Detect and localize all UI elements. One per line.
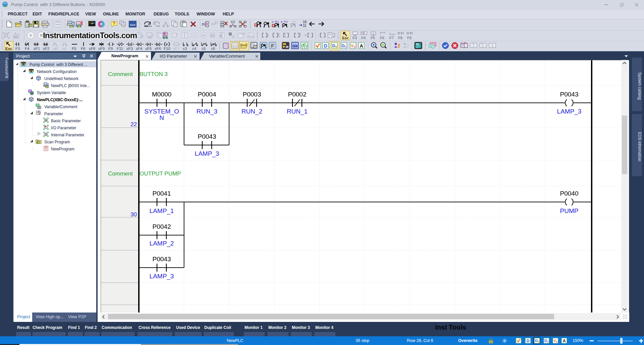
svg-text:11: 11 — [303, 24, 307, 27]
svg-text:P0002: P0002 — [288, 91, 307, 98]
svg-text:F6: F6 — [380, 36, 384, 40]
svg-text:P0043: P0043 — [560, 91, 579, 98]
svg-text:sF6: sF6 — [155, 47, 161, 51]
svg-text:RUN_1: RUN_1 — [287, 108, 308, 115]
svg-text:P: P — [36, 43, 38, 46]
svg-text:P: P — [148, 43, 150, 46]
svg-text:sF1: sF1 — [34, 47, 40, 51]
svg-text:sF9: sF9 — [98, 47, 105, 51]
svg-text:LAMP_2: LAMP_2 — [150, 240, 174, 247]
svg-text:P0043: P0043 — [153, 256, 171, 263]
svg-text:F7: F7 — [389, 36, 394, 40]
svg-text:F11: F11 — [117, 47, 123, 51]
svg-text:P0042: P0042 — [153, 223, 171, 230]
svg-text:F5: F5 — [72, 47, 76, 51]
svg-text:c: c — [354, 45, 356, 49]
svg-text:a: a — [281, 20, 282, 23]
svg-text:S: S — [129, 43, 131, 46]
svg-text:P0041: P0041 — [153, 190, 171, 197]
svg-text:Esc: Esc — [342, 36, 349, 40]
svg-text:N: N — [159, 114, 164, 121]
svg-text:10: 10 — [303, 20, 307, 24]
svg-text:c6: c6 — [211, 47, 215, 51]
svg-text:V: V — [351, 44, 354, 48]
svg-text:F10: F10 — [164, 47, 170, 51]
svg-text:N: N — [213, 43, 215, 46]
svg-text:Comment: Comment — [108, 71, 133, 77]
svg-text:c5: c5 — [202, 47, 206, 51]
svg-text:?: ? — [113, 21, 115, 26]
svg-text:P0003: P0003 — [243, 91, 261, 98]
svg-text:M0000: M0000 — [152, 91, 171, 98]
svg-text:LAMP_1: LAMP_1 — [150, 207, 174, 215]
svg-text:F4: F4 — [361, 36, 366, 40]
svg-text:F: F — [166, 43, 168, 46]
svg-text:22: 22 — [130, 121, 137, 128]
svg-text:F: F — [271, 43, 274, 49]
svg-text:30: 30 — [130, 211, 137, 218]
svg-text:o: o — [277, 20, 279, 23]
svg-text:F9: F9 — [108, 47, 113, 51]
svg-text:LAMP_3: LAMP_3 — [195, 150, 219, 157]
svg-text:sF4: sF4 — [136, 47, 143, 51]
svg-text:P0040: P0040 — [560, 190, 579, 197]
svg-text:A: A — [360, 43, 363, 49]
svg-text:F4: F4 — [25, 47, 30, 51]
svg-text:RUN_2: RUN_2 — [241, 108, 262, 115]
svg-text:BUTTON 3: BUTTON 3 — [140, 71, 168, 77]
svg-text:c: c — [547, 340, 548, 343]
svg-text:v: v — [537, 340, 539, 343]
svg-text:F8: F8 — [398, 36, 402, 40]
svg-text:D: D — [272, 23, 275, 27]
svg-text:OUTPUT PUMP: OUTPUT PUMP — [140, 170, 181, 177]
svg-text:LAMP_3: LAMP_3 — [150, 273, 174, 280]
svg-text:RUN_3: RUN_3 — [197, 108, 217, 115]
svg-text:A: A — [563, 339, 566, 343]
svg-text:P0043: P0043 — [198, 133, 216, 140]
svg-text:sF2: sF2 — [43, 47, 49, 51]
svg-text:P0004: P0004 — [198, 91, 216, 98]
svg-text:F9: F9 — [407, 36, 412, 40]
svg-text:sF7: sF7 — [173, 47, 179, 51]
svg-text:sF3: sF3 — [126, 47, 133, 51]
svg-text:aF: aF — [62, 47, 67, 51]
svg-text:F5: F5 — [371, 36, 375, 40]
svg-text:v: v — [335, 45, 337, 49]
svg-text:c: c — [556, 340, 557, 343]
svg-text:aR: aR — [53, 47, 58, 51]
svg-text:D: D — [324, 43, 327, 49]
svg-text:LAMP_3: LAMP_3 — [557, 108, 582, 115]
svg-text:F3: F3 — [15, 47, 20, 51]
svg-text:N: N — [45, 43, 47, 46]
svg-text:PUMP: PUMP — [560, 207, 579, 214]
svg-text:sF5: sF5 — [145, 47, 152, 51]
svg-text:P: P — [203, 43, 205, 46]
svg-text:sF8: sF8 — [89, 47, 95, 51]
svg-text:InstrumentationTools.com: InstrumentationTools.com — [43, 31, 137, 40]
svg-text:c3: c3 — [183, 47, 187, 51]
svg-text:D: D — [527, 339, 530, 343]
svg-text:N: N — [157, 43, 159, 46]
svg-text:N: N — [362, 32, 363, 34]
svg-text:o: o — [286, 20, 288, 23]
svg-text:Comment: Comment — [108, 170, 133, 177]
svg-text:sso: sso — [130, 23, 136, 26]
svg-text:Esc: Esc — [5, 47, 12, 51]
svg-text:c4: c4 — [192, 47, 197, 51]
svg-text:F3: F3 — [353, 36, 357, 40]
svg-text:c: c — [344, 45, 346, 49]
svg-text:F6: F6 — [81, 47, 85, 51]
svg-text:R: R — [138, 43, 141, 46]
